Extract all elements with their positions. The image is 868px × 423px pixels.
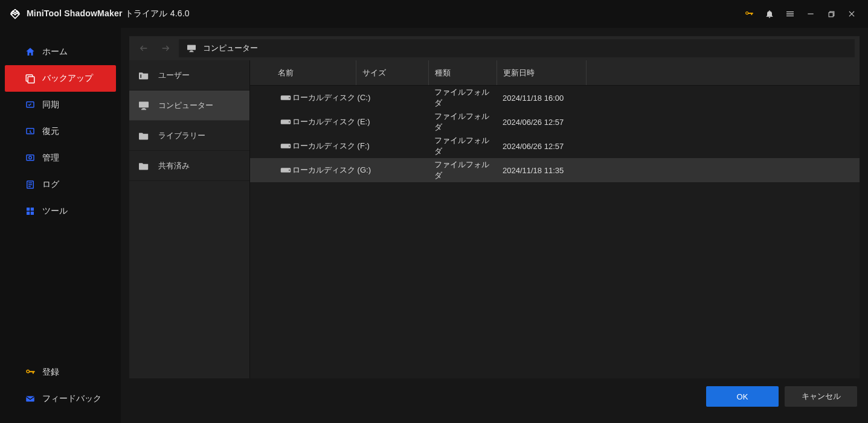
maximize-button[interactable] [821, 4, 841, 24]
app-version: トライアル 4.6.0 [123, 8, 190, 18]
file-panel: 名前 サイズ 種類 更新日時 ローカルディスク (C:) ファイルフォルダ 20… [250, 60, 860, 378]
tree-library[interactable]: ライブラリー [129, 121, 249, 151]
cancel-button[interactable]: キャンセル [785, 386, 857, 407]
row-name: ローカルディスク (C:) [292, 92, 370, 103]
row-date: 2024/11/18 16:00 [503, 94, 564, 103]
row-date: 2024/06/26 12:57 [503, 142, 564, 151]
svg-point-27 [289, 145, 290, 147]
nav-backup[interactable]: バックアップ [5, 65, 116, 92]
row-type: ファイルフォルダ [434, 159, 490, 181]
app-name: MiniTool ShadowMaker [27, 8, 123, 18]
nav-restore[interactable]: 復元 [0, 118, 121, 145]
content: コンピューター ユーザー コンピューター [121, 28, 868, 423]
tree-user-label: ユーザー [158, 70, 190, 81]
svg-point-29 [289, 170, 290, 171]
tree-shared[interactable]: 共有済み [129, 151, 249, 181]
mail-icon [24, 393, 36, 405]
disk-icon [280, 142, 291, 150]
svg-rect-18 [140, 74, 141, 78]
disk-icon [280, 94, 291, 101]
svg-point-23 [289, 97, 290, 98]
col-type[interactable]: 種類 [428, 60, 497, 85]
breadcrumb-location: コンピューター [203, 43, 258, 54]
svg-rect-21 [141, 109, 146, 110]
col-size[interactable]: サイズ [356, 60, 428, 85]
svg-rect-12 [27, 212, 30, 215]
ok-button[interactable]: OK [706, 386, 779, 407]
file-header: 名前 サイズ 種類 更新日時 [250, 60, 860, 86]
title-bar: MiniTool ShadowMaker トライアル 4.6.0 [0, 0, 868, 28]
svg-rect-4 [28, 77, 34, 83]
nav-manage-label: 管理 [42, 153, 59, 164]
svg-point-25 [289, 121, 290, 122]
dialog-footer: OK キャンセル [129, 378, 860, 415]
tools-icon [24, 205, 36, 217]
nav-tools-label: ツール [42, 206, 68, 217]
nav-back-button[interactable] [133, 37, 155, 59]
tree-user[interactable]: ユーザー [129, 60, 249, 91]
svg-rect-17 [190, 51, 194, 52]
restore-icon [24, 126, 36, 138]
svg-rect-16 [190, 51, 193, 51]
nav-log-label: ログ [42, 179, 59, 190]
row-name: ローカルディスク (E:) [292, 116, 370, 127]
folder-icon [138, 161, 150, 171]
nav-forward-button[interactable] [155, 37, 176, 59]
folder-user-icon [138, 71, 150, 80]
tree-library-label: ライブラリー [158, 130, 205, 141]
nav-manage[interactable]: 管理 [0, 145, 121, 171]
nav-feedback[interactable]: フィードバック [0, 386, 121, 412]
col-date[interactable]: 更新日時 [497, 60, 586, 85]
app-title: MiniTool ShadowMaker トライアル 4.6.0 [27, 8, 190, 19]
nav-restore-label: 復元 [42, 126, 59, 137]
tree-computer-label: コンピューター [158, 100, 213, 111]
file-row[interactable]: ローカルディスク (C:) ファイルフォルダ 2024/11/18 16:00 [250, 86, 860, 110]
svg-rect-19 [139, 101, 149, 107]
sidebar: ホーム バックアップ 同期 復元 管理 [0, 28, 121, 423]
row-type: ファイルフォルダ [434, 111, 490, 133]
breadcrumb-bar: コンピューター [129, 36, 860, 60]
home-icon [24, 46, 36, 58]
svg-rect-11 [31, 208, 34, 211]
nav-tools[interactable]: ツール [0, 198, 121, 224]
disk-icon [280, 118, 291, 126]
nav-backup-label: バックアップ [42, 73, 93, 84]
nav-sync-label: 同期 [42, 100, 59, 110]
manage-icon [24, 152, 36, 164]
nav-sync[interactable]: 同期 [0, 92, 121, 118]
svg-rect-10 [27, 208, 30, 211]
folder-icon [138, 131, 150, 141]
menu-icon[interactable] [780, 4, 800, 24]
svg-rect-2 [829, 12, 833, 16]
row-type: ファイルフォルダ [434, 135, 490, 157]
svg-point-8 [29, 156, 32, 159]
file-row[interactable]: ローカルディスク (F:) ファイルフォルダ 2024/06/26 12:57 [250, 134, 860, 158]
nav-register[interactable]: 登録 [0, 359, 121, 386]
col-name[interactable]: 名前 [250, 60, 356, 85]
row-date: 2024/11/18 11:35 [503, 166, 564, 175]
svg-rect-20 [143, 108, 146, 109]
file-row[interactable]: ローカルディスク (E:) ファイルフォルダ 2024/06/26 12:57 [250, 110, 860, 134]
disk-icon [280, 167, 291, 174]
nav-home[interactable]: ホーム [0, 39, 121, 65]
key-icon[interactable] [739, 4, 759, 24]
tree-computer[interactable]: コンピューター [129, 91, 249, 121]
row-date: 2024/06/26 12:57 [503, 118, 564, 127]
svg-rect-0 [808, 13, 813, 14]
app-logo-icon [8, 7, 22, 21]
row-type: ファイルフォルダ [434, 87, 490, 109]
breadcrumb-path[interactable]: コンピューター [179, 39, 855, 57]
tree-shared-label: 共有済み [158, 161, 190, 171]
sync-icon [24, 99, 36, 111]
log-icon [24, 179, 36, 191]
row-name: ローカルディスク (G:) [292, 165, 371, 176]
minimize-button[interactable] [800, 4, 821, 24]
nav-home-label: ホーム [42, 46, 68, 57]
nav-register-label: 登録 [42, 367, 59, 378]
close-button[interactable] [841, 4, 862, 24]
nav-log[interactable]: ログ [0, 171, 121, 198]
notification-icon[interactable] [759, 4, 780, 24]
svg-rect-15 [187, 45, 196, 49]
svg-rect-7 [27, 155, 34, 161]
file-row[interactable]: ローカルディスク (G:) ファイルフォルダ 2024/11/18 11:35 [250, 158, 860, 182]
